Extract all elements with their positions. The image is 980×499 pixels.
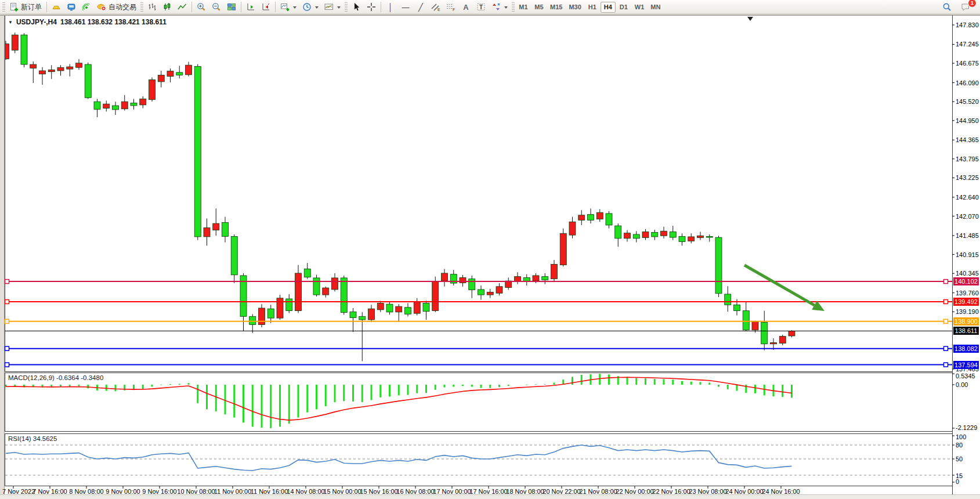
vline-tool-button[interactable]: │ bbox=[383, 1, 398, 13]
timeframe-button-mn[interactable]: MN bbox=[648, 2, 663, 13]
chart-symbol-period: USDJPY-,H4 bbox=[16, 18, 57, 26]
line-anchor[interactable] bbox=[5, 280, 9, 284]
timeframe-button-m30[interactable]: M30 bbox=[566, 2, 584, 13]
toolbar-grip[interactable] bbox=[140, 2, 143, 12]
equidistant-channel-icon: E bbox=[431, 2, 440, 12]
candle-body bbox=[12, 35, 18, 50]
candle-body bbox=[679, 236, 685, 241]
candle-body bbox=[341, 278, 347, 312]
rsi-scale-label: 80 bbox=[956, 442, 963, 449]
clock-icon bbox=[302, 2, 312, 12]
toolbar-grip[interactable] bbox=[345, 2, 348, 12]
rsi-scale-label: 100 bbox=[956, 433, 966, 440]
candle-body bbox=[94, 102, 100, 109]
line-anchor[interactable] bbox=[5, 319, 9, 323]
new-order-button[interactable]: 新订单 bbox=[6, 1, 45, 13]
cursor-tool-button[interactable] bbox=[349, 1, 364, 13]
new-order-label: 新订单 bbox=[21, 2, 42, 12]
arrows-tool-button[interactable] bbox=[489, 1, 511, 13]
new-order-icon bbox=[9, 2, 19, 12]
search-button[interactable] bbox=[939, 1, 954, 13]
chart-line-button[interactable] bbox=[175, 1, 190, 13]
timeframe-button-d1[interactable]: D1 bbox=[616, 2, 631, 13]
candle-body bbox=[121, 102, 128, 109]
rsi-scale-label: 0 bbox=[956, 478, 959, 485]
chart-candles-button[interactable] bbox=[160, 1, 175, 13]
timeframe-button-m5[interactable]: M5 bbox=[531, 2, 547, 13]
time-axis-label: 20 Nov 22:00 bbox=[542, 488, 581, 495]
candle-body bbox=[487, 292, 493, 295]
candle-body bbox=[624, 233, 631, 238]
fibonacci-tool-button[interactable]: F bbox=[443, 1, 458, 13]
dropdown-caret bbox=[504, 6, 508, 10]
price-tick-label: 147.245 bbox=[956, 41, 979, 48]
time-axis-label: 18 Nov 08:00 bbox=[505, 488, 545, 495]
candle-body bbox=[295, 273, 302, 311]
candle-body bbox=[469, 279, 475, 290]
toolbar-grip[interactable] bbox=[512, 2, 515, 12]
zoom-in-button[interactable] bbox=[194, 1, 209, 13]
signals-button[interactable] bbox=[79, 1, 94, 13]
hline-tool-button[interactable]: — bbox=[398, 1, 413, 13]
separator bbox=[191, 2, 192, 12]
chat-unread-badge: 1 bbox=[968, 0, 977, 8]
chart-shift-button[interactable] bbox=[243, 1, 258, 13]
zoom-in-icon bbox=[197, 2, 206, 12]
timeframe-button-m15[interactable]: M15 bbox=[547, 2, 565, 13]
chart-canvas[interactable] bbox=[0, 0, 980, 499]
zoom-out-button[interactable] bbox=[209, 1, 224, 13]
chart-menu-triangle[interactable]: ▼ bbox=[8, 20, 13, 25]
candle-body bbox=[652, 233, 658, 237]
candle-body bbox=[423, 303, 429, 311]
candle-body bbox=[85, 64, 91, 97]
time-axis-label: 9 Nov 00:00 bbox=[103, 488, 143, 495]
candle-body bbox=[496, 287, 502, 293]
line-anchor[interactable] bbox=[944, 280, 948, 284]
price-tick-label: 144.365 bbox=[956, 136, 979, 143]
line-chart-icon bbox=[178, 2, 187, 12]
channel-tool-button[interactable]: E bbox=[428, 1, 443, 13]
line-anchor[interactable] bbox=[5, 346, 9, 350]
chat-button[interactable]: 1 bbox=[958, 1, 973, 13]
search-icon bbox=[942, 2, 952, 12]
time-axis-label: 23 Nov 08:00 bbox=[688, 488, 728, 495]
candle-body bbox=[158, 75, 164, 81]
line-anchor[interactable] bbox=[5, 363, 9, 367]
timeframe-button-m1[interactable]: M1 bbox=[516, 2, 531, 13]
autotrade-button[interactable]: 自动交易 bbox=[94, 1, 139, 13]
horizontal-line-icon: — bbox=[401, 3, 410, 12]
market-watch-button[interactable] bbox=[49, 1, 64, 13]
line-anchor[interactable] bbox=[944, 319, 948, 323]
rsi-pane-label: RSI(14) 34.5625 bbox=[8, 435, 57, 442]
timeframe-button-h1[interactable]: H1 bbox=[585, 2, 600, 13]
auto-scroll-button[interactable] bbox=[258, 1, 273, 13]
line-anchor[interactable] bbox=[944, 300, 948, 304]
timeframe-button-h4[interactable]: H4 bbox=[601, 2, 616, 13]
line-price-tag: 138.082 bbox=[953, 345, 979, 353]
price-tick-label: 139.760 bbox=[956, 290, 979, 296]
dropdown-caret bbox=[293, 6, 296, 10]
periods-button[interactable] bbox=[299, 1, 321, 13]
svg-text:T: T bbox=[479, 4, 483, 10]
timeframe-button-w1[interactable]: W1 bbox=[632, 2, 648, 13]
time-axis-label: 22 Nov 00:00 bbox=[615, 488, 654, 495]
candle-body bbox=[761, 323, 768, 344]
templates-button[interactable] bbox=[321, 1, 343, 13]
trendline-tool-button[interactable]: ╱ bbox=[413, 1, 428, 13]
chart-bars-button[interactable] bbox=[144, 1, 160, 13]
time-axis-label: 24 Nov 16:00 bbox=[761, 488, 801, 495]
text-tool-button[interactable]: A bbox=[458, 1, 473, 13]
candle-body bbox=[30, 64, 37, 68]
community-button[interactable] bbox=[64, 1, 79, 13]
new-chart-button[interactable] bbox=[277, 1, 299, 13]
candle-body bbox=[386, 304, 393, 312]
toolbar-grip[interactable] bbox=[2, 2, 5, 12]
text-label-tool-button[interactable]: T bbox=[473, 1, 489, 13]
price-tick-label: 147.830 bbox=[956, 21, 979, 28]
tile-windows-button[interactable] bbox=[224, 1, 239, 13]
line-anchor[interactable] bbox=[944, 346, 948, 350]
crosshair-tool-button[interactable] bbox=[364, 1, 379, 13]
line-price-tag: 140.102 bbox=[953, 277, 979, 285]
line-anchor[interactable] bbox=[944, 363, 948, 367]
line-anchor[interactable] bbox=[5, 300, 9, 304]
